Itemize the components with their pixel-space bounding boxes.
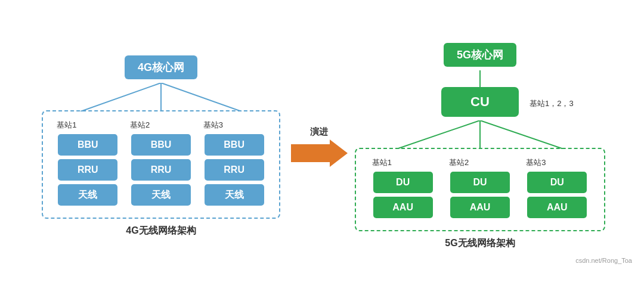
cu-side-label: 基站1，2，3 [530,98,574,109]
4g-station-1: 基站1 BBU RRU 天线 [55,120,120,209]
4g-antenna2: 天线 [131,184,191,206]
4g-bbu3: BBU [205,134,264,156]
arrow-label: 演进 [310,126,328,138]
4g-rru3: RRU [205,159,264,181]
5g-aau2: AAU [450,197,510,218]
4g-station-2: 基站2 BBU RRU 天线 [129,120,193,209]
4g-tree-lines [42,83,280,111]
4g-station3-label: 基站3 [203,120,223,131]
5g-arch-label: 5G无线网络架构 [445,237,515,250]
4g-station2-label: 基站2 [130,120,150,131]
cu-node: CU [441,87,519,117]
4g-core-node: 4G核心网 [125,55,197,79]
5g-station2-label: 基站2 [449,157,469,168]
4g-station1-label: 基站1 [57,120,76,131]
5g-cu-to-du-lines [355,120,605,149]
svg-line-5 [397,120,480,149]
4g-rru2: RRU [131,159,191,181]
5g-core-to-cu-line [355,70,605,88]
svg-marker-3 [291,139,348,167]
4g-rru1: RRU [58,159,117,181]
4g-station-3: 基站3 BBU RRU 天线 [202,120,267,209]
svg-line-0 [80,83,161,111]
4g-stations-row: 基站1 BBU RRU 天线 基站2 BBU RRU 天线 基站3 [51,120,271,209]
4g-bbu1: BBU [58,134,117,156]
5g-du1: DU [373,172,433,193]
5g-stations-row: 基站1 DU AAU 基站2 DU AAU 基站3 DU AAU [364,157,596,222]
5g-station3-label: 基站3 [526,157,546,168]
arrow-icon [291,139,348,167]
5g-du2: DU [450,172,510,193]
right-section-5g: 5G核心网 CU 基站1，2，3 基站1 [349,43,611,250]
evolution-arrow: 演进 [291,126,348,167]
5g-station-1: 基站1 DU AAU [371,157,435,222]
5g-dashed-box: 基站1 DU AAU 基站2 DU AAU 基站3 DU AAU [355,148,605,231]
main-container: 4G核心网 基站1 BBU RRU 天线 [12,37,632,256]
4g-dashed-box: 基站1 BBU RRU 天线 基站2 BBU RRU 天线 基站3 [42,110,280,219]
4g-antenna3: 天线 [205,184,264,206]
5g-du3: DU [527,172,587,193]
svg-line-2 [161,83,242,111]
5g-station1-label: 基站1 [372,157,392,168]
4g-arch-label: 4G无线网络架构 [126,225,196,237]
5g-station-3: 基站3 DU AAU [525,157,589,222]
svg-line-7 [480,120,564,149]
watermark: csdn.net/Rong_Toa [0,257,644,264]
left-section-4g: 4G核心网 基站1 BBU RRU 天线 [33,55,289,237]
4g-bbu2: BBU [131,134,191,156]
arrow-section: 演进 [289,126,349,167]
5g-aau3: AAU [527,197,587,218]
5g-station-2: 基站2 DU AAU [448,157,512,222]
5g-core-node: 5G核心网 [444,43,516,67]
4g-antenna1: 天线 [58,184,117,206]
5g-aau1: AAU [373,197,433,218]
